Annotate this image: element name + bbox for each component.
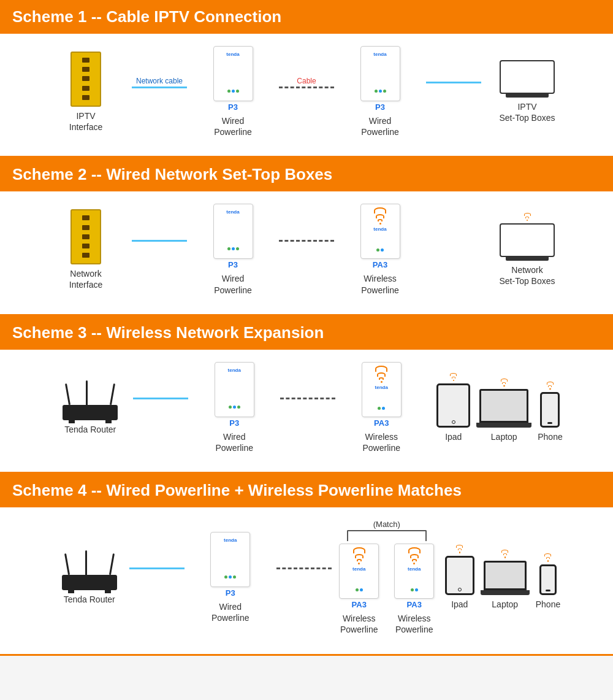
s4-pa3-2-dots	[411, 588, 418, 591]
p3-label-2: WiredPowerline	[361, 115, 398, 137]
router-body-3	[63, 405, 118, 420]
s4-wifi-arc-2-2	[410, 554, 419, 558]
s4-dot-b1	[229, 575, 232, 579]
laptop-base-4	[481, 590, 530, 595]
s3-pa3-dot-g1	[378, 407, 381, 410]
ni-port5	[82, 253, 89, 258]
s4-pa3-2-dot-g	[411, 588, 414, 591]
scheme4-conn2	[273, 567, 335, 569]
scheme4-pa3-pair-wrapper: (Match) tenda	[335, 520, 439, 635]
s2-tenda-logo: tenda	[226, 209, 239, 215]
phone-wifi-arc-1-3	[548, 385, 552, 387]
conn1-label: Network cable	[136, 77, 183, 85]
s3-tenda-dots	[229, 406, 240, 409]
s4-tenda-logo: tenda	[224, 537, 237, 543]
ipad-icon-3	[436, 383, 470, 428]
s2-wifi-arc-2	[376, 214, 384, 218]
s2-dot-b1	[232, 247, 235, 250]
port3	[82, 76, 89, 81]
phone-label-4: Phone	[536, 599, 560, 610]
match-label: (Match)	[373, 520, 400, 529]
scheme2-device-network-interface: NetworkInterface	[43, 209, 129, 290]
s4-tenda-p3-icon: tenda	[210, 532, 250, 587]
ipad-icon-4	[445, 556, 474, 595]
scheme3-body: Tenda Router tenda P3 WiredPowerline	[0, 350, 613, 474]
router-foot-right-4	[105, 590, 111, 593]
scheme3-conn1	[130, 398, 191, 399]
s4-p3-label: WiredPowerline	[211, 601, 249, 623]
dot-green-1	[227, 90, 230, 93]
stb-foot-1	[506, 94, 549, 98]
scheme2-header: Scheme 2 -- Wired Network Set-Top Boxes	[0, 158, 613, 191]
s4-dot-g1	[224, 575, 227, 579]
scheme4-conn1	[126, 567, 188, 569]
scheme4-end-devices: Ipad Laptop	[445, 545, 560, 610]
scheme3-end-devices: Ipad Laptop	[436, 373, 562, 443]
scheme1-device-stb: IPTVSet-Top Boxes	[484, 60, 570, 123]
p3-label-1: WiredPowerline	[214, 115, 251, 137]
s2-stb-wifi-wrapper	[500, 213, 555, 261]
connector3	[423, 82, 484, 83]
ipad-wifi-arc-2-3	[450, 373, 457, 376]
ni-port4	[82, 244, 89, 248]
s4-pa3-1-dot-g	[356, 588, 359, 591]
s4-wifi-arc-3-2	[408, 547, 421, 553]
iptv-interface-label: IPTVInterface	[69, 110, 102, 133]
router-foot-left-4	[68, 590, 74, 593]
phone-btn-3	[547, 422, 552, 424]
s4-wifi-dot-1	[358, 563, 360, 564]
line-dashed-1	[279, 87, 334, 88]
network-interface-label: NetworkInterface	[69, 268, 102, 290]
s3-dot-g1	[229, 406, 232, 409]
s3-line-dashed	[280, 398, 335, 399]
laptop-wifi-arc-2-4	[501, 550, 508, 553]
s3-pa3-label: WirelessPowerline	[363, 431, 400, 453]
s4-wifi-waves-1	[353, 547, 365, 564]
scheme4-header: Scheme 4 -- Wired Powerline + Wireless P…	[0, 474, 613, 507]
connector1: Network cable	[129, 77, 190, 88]
scheme2-body: NetworkInterface tenda P3 WiredPowerline	[0, 191, 613, 315]
scheme1-section: Scheme 1 -- Cable IPTV Connection IPTVIn…	[0, 0, 613, 158]
scheme4-section: Scheme 4 -- Wired Powerline + Wireless P…	[0, 474, 613, 655]
s2-pa3-logo: tenda	[373, 226, 386, 232]
dot-blue-1	[232, 90, 235, 93]
s2-stb-icon	[500, 223, 555, 257]
stb-wrapper-1	[500, 60, 555, 98]
s2-pa3-dots	[376, 248, 384, 252]
scheme3-device-router: Tenda Router	[50, 380, 130, 435]
match-bracket-wrapper: (Match)	[347, 520, 427, 541]
s4-pa3-2-sublabel: PA3	[407, 600, 422, 609]
ipad-label-3: Ipad	[445, 431, 462, 442]
scheme2-conn1	[129, 240, 190, 242]
s2-wifi-arc-1	[378, 219, 383, 221]
phone-label-3: Phone	[538, 431, 562, 442]
phone-icon-4	[539, 564, 557, 595]
s2-tenda-dots	[227, 247, 239, 250]
ipad-wifi-arc-1-3	[452, 377, 455, 379]
laptop-wifi-arc-1-4	[503, 553, 507, 555]
port2	[82, 67, 89, 72]
laptop-icon-3	[476, 389, 531, 428]
laptop-wifi-4	[501, 550, 508, 558]
scheme1-header: Scheme 1 -- Cable IPTV Connection	[0, 0, 613, 34]
scheme4-router-label: Tenda Router	[64, 594, 115, 605]
s3-p3-sublabel: P3	[229, 418, 239, 428]
s2-stb-wifi-dot	[527, 220, 528, 221]
s4-pa3-2-dot-b	[415, 588, 418, 591]
s2-pa3-dot-b1	[381, 248, 384, 252]
s2-tenda-p3-icon: tenda	[213, 204, 253, 259]
phone-wifi-arc-1-4	[546, 557, 550, 559]
pa3-pair: tenda PA3 WirelessPowerline	[335, 544, 439, 635]
s4-pa3-1-sublabel: PA3	[352, 600, 367, 609]
scheme1-title: Scheme 1 -- Cable IPTV Connection	[12, 7, 281, 26]
s4-pa3-2-logo: tenda	[408, 566, 421, 572]
router-body-4	[62, 575, 117, 590]
connector2: Cable	[276, 77, 337, 88]
s3-p3-label: WiredPowerline	[216, 431, 253, 453]
s4-pa3-1-logo: tenda	[352, 566, 365, 572]
iptv-interface-icon	[70, 52, 101, 107]
s3-wifi-waves	[375, 366, 387, 383]
router-ant-mid-4	[85, 550, 87, 575]
scheme4-title: Scheme 4 -- Wired Powerline + Wireless P…	[12, 481, 462, 499]
scheme3-device-p3: tenda P3 WiredPowerline	[191, 362, 277, 453]
